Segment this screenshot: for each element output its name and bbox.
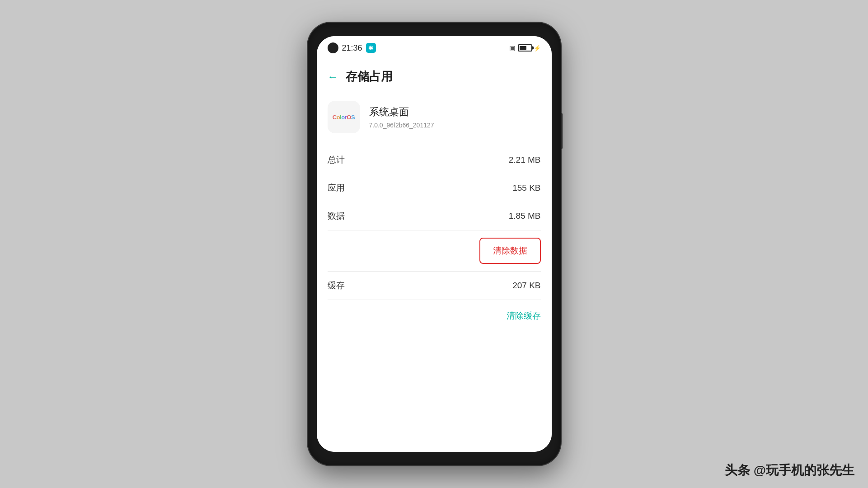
charging-icon: ⚡ xyxy=(534,45,541,52)
status-left: 21:36 ✱ xyxy=(328,42,376,53)
app-logo: ColorOS xyxy=(328,101,360,133)
storage-label-total: 总计 xyxy=(328,154,345,166)
app-name: 系统桌面 xyxy=(369,105,434,119)
storage-row-cache: 缓存 207 KB xyxy=(328,272,541,300)
storage-value-cache: 207 KB xyxy=(512,281,540,291)
status-bar: 21:36 ✱ ▣ ⚡ xyxy=(317,36,552,60)
watermark: 头条 @玩手机的张先生 xyxy=(725,462,854,479)
status-time: 21:36 xyxy=(342,43,362,53)
storage-row-data: 数据 1.85 MB xyxy=(328,202,541,230)
storage-value-total: 2.21 MB xyxy=(509,155,541,165)
storage-label-data: 数据 xyxy=(328,210,345,222)
page-content: ← 存储占用 ColorOS 系统桌面 7.0.0_96f2b66_201127 xyxy=(317,60,552,452)
clear-cache-row: 清除缓存 xyxy=(317,300,552,335)
storage-label-app: 应用 xyxy=(328,182,345,194)
battery-body xyxy=(518,44,532,52)
page-title: 存储占用 xyxy=(346,69,393,84)
storage-row-app: 应用 155 KB xyxy=(328,174,541,202)
storage-value-app: 155 KB xyxy=(512,183,540,193)
status-right: ▣ ⚡ xyxy=(509,44,541,52)
battery-indicator: ⚡ xyxy=(518,44,541,52)
cache-section: 缓存 207 KB xyxy=(317,272,552,300)
coloros-logo-text: ColorOS xyxy=(333,114,355,121)
app-info-text: 系统桌面 7.0.0_96f2b66_201127 xyxy=(369,105,434,129)
storage-section: 总计 2.21 MB 应用 155 KB 数据 1.85 MB xyxy=(317,146,552,230)
battery-fill xyxy=(520,46,527,50)
clear-data-button[interactable]: 清除数据 xyxy=(479,238,541,264)
bluetooth-icon: ✱ xyxy=(366,43,376,53)
clear-data-row: 清除数据 xyxy=(317,230,552,271)
signal-icon: ▣ xyxy=(509,44,515,52)
back-button[interactable]: ← xyxy=(328,70,338,83)
front-camera xyxy=(328,42,338,53)
phone-screen: 21:36 ✱ ▣ ⚡ ← 存储占用 xyxy=(317,36,552,452)
storage-value-data: 1.85 MB xyxy=(509,211,541,221)
storage-label-cache: 缓存 xyxy=(328,280,345,291)
app-version: 7.0.0_96f2b66_201127 xyxy=(369,122,434,129)
phone-shell: 21:36 ✱ ▣ ⚡ ← 存储占用 xyxy=(308,23,561,465)
page-header: ← 存储占用 xyxy=(317,60,552,92)
app-info-section: ColorOS 系统桌面 7.0.0_96f2b66_201127 xyxy=(317,92,552,146)
clear-cache-button[interactable]: 清除缓存 xyxy=(507,304,541,328)
storage-row-total: 总计 2.21 MB xyxy=(328,146,541,174)
